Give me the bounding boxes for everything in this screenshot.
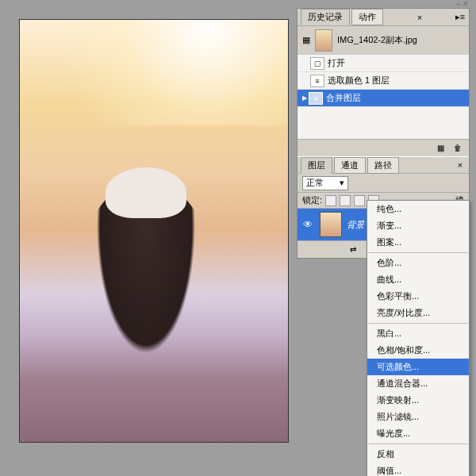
menu-item[interactable]: 图案... bbox=[367, 234, 469, 251]
menu-separator bbox=[368, 323, 468, 324]
lock-brush-icon[interactable] bbox=[340, 195, 351, 206]
history-list: ▢打开≡选取颜色 1 图层▶≡合并图层 bbox=[298, 55, 469, 107]
history-item[interactable]: ▢打开 bbox=[298, 55, 469, 72]
close-button[interactable]: × bbox=[463, 0, 468, 8]
history-panel-tabs: 历史记录 动作 × ▸≡ bbox=[298, 9, 469, 26]
menu-item[interactable]: 可选颜色... bbox=[367, 359, 469, 375]
new-snapshot-button[interactable]: ▦ bbox=[434, 142, 447, 155]
arrow-icon: ▶ bbox=[302, 94, 307, 102]
layer-name: 背景 bbox=[347, 219, 364, 231]
image-canvas[interactable] bbox=[19, 19, 289, 443]
menu-item[interactable]: 反相 bbox=[367, 446, 469, 463]
file-thumbnail bbox=[315, 29, 332, 52]
link-icon[interactable]: ⇄ bbox=[347, 244, 359, 256]
edited-photo bbox=[20, 20, 288, 442]
lock-move-icon[interactable] bbox=[354, 195, 365, 206]
menu-item[interactable]: 通道混合器... bbox=[367, 375, 469, 392]
trash-button[interactable]: 🗑 bbox=[451, 142, 464, 155]
menu-item[interactable]: 曝光度... bbox=[367, 425, 469, 442]
layers-panel-tabs: 图层 通道 路径 × bbox=[298, 156, 469, 174]
history-step-icon: ≡ bbox=[310, 75, 324, 87]
layer-thumbnail bbox=[320, 212, 342, 237]
tab-actions[interactable]: 动作 bbox=[351, 9, 383, 25]
visibility-eye-icon[interactable]: 👁 bbox=[301, 217, 315, 232]
history-item[interactable]: ≡选取颜色 1 图层 bbox=[298, 72, 469, 90]
menu-item[interactable]: 色阶... bbox=[367, 255, 469, 271]
menu-item[interactable]: 渐变映射... bbox=[367, 392, 469, 409]
menu-item[interactable]: 照片滤镜... bbox=[367, 409, 469, 425]
adjustment-layer-menu: 纯色...渐变...图案...色阶...曲线...色彩平衡...亮度/对比度..… bbox=[367, 200, 470, 476]
history-empty-space bbox=[298, 107, 469, 139]
chevron-down-icon: ▾ bbox=[340, 178, 344, 188]
layers-controls: 正常 ▾ bbox=[298, 174, 469, 193]
panel-collapse-icon[interactable]: × bbox=[455, 159, 466, 171]
history-step-label: 打开 bbox=[328, 57, 345, 69]
menu-item[interactable]: 色彩平衡... bbox=[367, 288, 469, 305]
history-step-label: 选取颜色 1 图层 bbox=[328, 75, 390, 86]
tab-paths[interactable]: 路径 bbox=[367, 157, 399, 174]
file-name: IMG_1402-2副本.jpg bbox=[337, 34, 417, 46]
snapshot-icon: ▦ bbox=[302, 35, 310, 45]
menu-separator bbox=[368, 252, 468, 253]
menu-item[interactable]: 渐变... bbox=[367, 217, 469, 234]
history-footer: ▦ 🗑 bbox=[298, 139, 469, 156]
history-step-label: 合并图层 bbox=[326, 92, 361, 104]
menu-item[interactable]: 黑白... bbox=[367, 325, 469, 342]
history-file-row[interactable]: ▦ IMG_1402-2副本.jpg bbox=[298, 26, 469, 55]
history-step-icon: ≡ bbox=[309, 92, 323, 105]
history-item[interactable]: ▶≡合并图层 bbox=[298, 90, 469, 107]
lock-transparent-icon[interactable] bbox=[325, 195, 336, 206]
menu-item[interactable]: 亮度/对比度... bbox=[367, 305, 469, 321]
panel-collapse-icon[interactable]: × bbox=[414, 12, 425, 23]
menu-separator bbox=[368, 443, 468, 444]
history-step-icon: ▢ bbox=[310, 57, 324, 70]
menu-item[interactable]: 色相/饱和度... bbox=[367, 342, 469, 359]
tab-channels[interactable]: 通道 bbox=[334, 157, 366, 174]
photo-subject bbox=[106, 167, 186, 218]
tab-history[interactable]: 历史记录 bbox=[301, 9, 350, 25]
menu-item[interactable]: 曲线... bbox=[367, 271, 469, 288]
minimize-button[interactable]: – bbox=[456, 0, 461, 8]
menu-item[interactable]: 阈值... bbox=[367, 463, 469, 476]
blend-mode-select[interactable]: 正常 ▾ bbox=[302, 176, 348, 190]
menu-item[interactable]: 纯色... bbox=[367, 201, 469, 217]
blend-mode-value: 正常 bbox=[306, 177, 324, 189]
window-controls: – × bbox=[456, 0, 468, 8]
tab-layers[interactable]: 图层 bbox=[301, 157, 332, 174]
panel-menu-icon[interactable]: ▸≡ bbox=[455, 12, 466, 23]
lock-label: 锁定: bbox=[302, 194, 322, 206]
